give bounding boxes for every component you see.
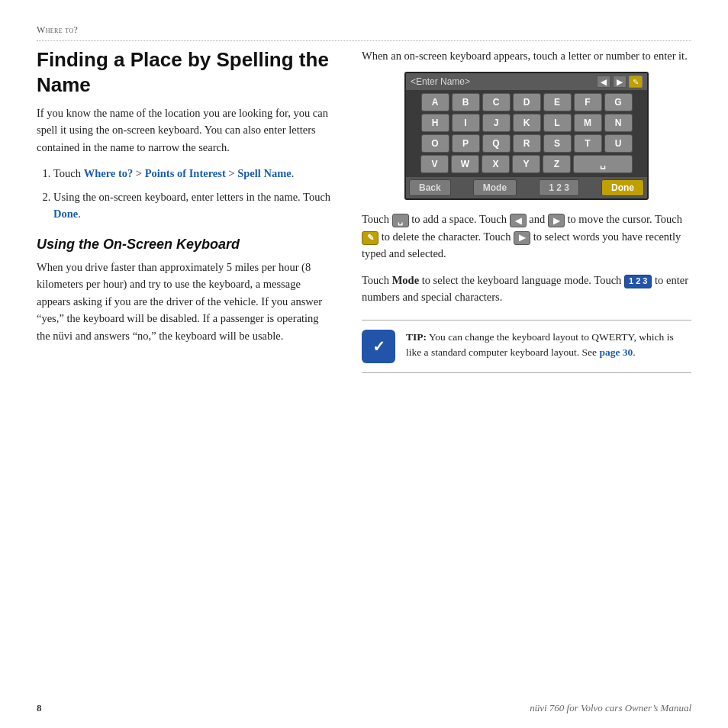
keyboard-mode-btn[interactable]: Mode	[473, 179, 517, 196]
keyboard-row-1: A B C D E F G	[409, 93, 644, 111]
mode-word: Mode	[392, 274, 419, 286]
keyboard-nav-buttons: ◀ ▶ ✎	[597, 76, 643, 88]
tip-end: .	[633, 346, 635, 358]
step-2: Using the on-screen keyboard, enter lett…	[53, 188, 334, 223]
keyboard-done-btn[interactable]: Done	[601, 179, 644, 196]
page: Where to? Finding a Place by Spelling th…	[0, 0, 728, 728]
keyboard-body-text: When you drive faster than approximately…	[37, 259, 334, 344]
right-arrow-key-inline: ▶	[548, 214, 565, 227]
spell-name-link[interactable]: Spell Name	[237, 167, 291, 179]
keyboard-title: <Enter Name>	[411, 76, 470, 87]
key-K[interactable]: K	[513, 114, 541, 132]
folder-key-inline: ▶	[514, 231, 530, 245]
right-column: When an on-screen keyboard appears, touc…	[362, 47, 691, 373]
footer-page-number: 8	[37, 702, 42, 714]
keyboard-left-btn[interactable]: ◀	[597, 76, 610, 88]
tip-content: TIP: You can change the keyboard layout …	[406, 330, 691, 361]
key-M[interactable]: M	[574, 114, 602, 132]
key-L[interactable]: L	[543, 114, 572, 132]
intro-paragraph: If you know the name of the location you…	[37, 105, 334, 156]
footer: 8 nüvi 760 for Volvo cars Owner’s Manual	[37, 702, 691, 714]
keyboard-row-4: V W X Y Z ␣	[409, 155, 644, 173]
nums-key-inline: 1 2 3	[624, 275, 652, 288]
key-U[interactable]: U	[604, 134, 633, 153]
key-B[interactable]: B	[452, 93, 480, 111]
breadcrumb: Where to?	[37, 24, 691, 41]
tip-icon: ✓	[362, 330, 395, 363]
keyboard-back-btn[interactable]: Back	[409, 179, 451, 196]
key-P[interactable]: P	[452, 134, 480, 153]
pencil-key-inline: ✎	[362, 231, 378, 245]
key-D[interactable]: D	[513, 93, 541, 111]
key-V[interactable]: V	[420, 155, 449, 173]
key-J[interactable]: J	[482, 114, 511, 132]
keyboard-bottom-row: Back Mode 1 2 3 Done	[406, 177, 647, 198]
keyboard-title-bar: <Enter Name> ◀ ▶ ✎	[406, 73, 647, 90]
key-Q[interactable]: Q	[482, 134, 511, 153]
key-X[interactable]: X	[482, 155, 510, 173]
left-column: Finding a Place by Spelling the Name If …	[37, 47, 334, 373]
right-para3: Touch Mode to select the keyboard langua…	[362, 272, 691, 306]
keyboard-row-3: O P Q R S T U	[409, 134, 644, 153]
keyboard-right-btn[interactable]: ▶	[613, 76, 627, 88]
space-key-inline: ␣	[392, 214, 409, 227]
key-T[interactable]: T	[574, 134, 602, 153]
key-N[interactable]: N	[604, 114, 633, 132]
key-R[interactable]: R	[513, 134, 541, 153]
tip-label: TIP:	[406, 331, 427, 343]
breadcrumb-text: Where to?	[37, 24, 78, 35]
key-E[interactable]: E	[543, 93, 572, 111]
key-C[interactable]: C	[482, 93, 511, 111]
key-F[interactable]: F	[574, 93, 602, 111]
keyboard-nums-btn[interactable]: 1 2 3	[539, 179, 579, 196]
footer-title: nüvi 760 for Volvo cars Owner’s Manual	[530, 702, 691, 714]
right-para2: Touch ␣ to add a space. Touch ◀ and ▶ to…	[362, 211, 691, 262]
points-of-interest-link[interactable]: Points of Interest	[145, 167, 226, 179]
keyboard-image: <Enter Name> ◀ ▶ ✎ A B C D	[404, 72, 649, 200]
keyboard-rows: A B C D E F G H I J K	[406, 90, 647, 177]
key-Z[interactable]: Z	[543, 155, 571, 173]
key-Y[interactable]: Y	[512, 155, 540, 173]
key-space[interactable]: ␣	[573, 155, 633, 173]
key-W[interactable]: W	[451, 155, 479, 173]
keyboard-row-2: H I J K L M N	[409, 114, 644, 132]
key-O[interactable]: O	[421, 134, 449, 153]
subheading: Using the On-Screen Keyboard	[37, 237, 334, 253]
key-I[interactable]: I	[452, 114, 480, 132]
key-G[interactable]: G	[604, 93, 633, 111]
key-A[interactable]: A	[421, 93, 449, 111]
right-intro: When an on-screen keyboard appears, touc…	[362, 47, 691, 64]
left-arrow-key-inline: ◀	[510, 214, 527, 227]
key-S[interactable]: S	[543, 134, 572, 153]
key-H[interactable]: H	[421, 114, 449, 132]
done-link[interactable]: Done	[53, 208, 78, 220]
tip-box: ✓ TIP: You can change the keyboard layou…	[362, 320, 691, 373]
where-to-link[interactable]: Where to?	[84, 167, 134, 179]
right-description: Touch ␣ to add a space. Touch ◀ and ▶ to…	[362, 211, 691, 305]
keyboard-pencil-btn[interactable]: ✎	[629, 76, 643, 88]
step-1: Touch Where to? > Points of Interest > S…	[53, 165, 334, 182]
keyboard-screen: <Enter Name> ◀ ▶ ✎ A B C D	[404, 72, 649, 200]
page-title: Finding a Place by Spelling the Name	[37, 47, 334, 97]
tip-page-link[interactable]: page 30	[599, 346, 633, 358]
steps-list: Touch Where to? > Points of Interest > S…	[53, 165, 334, 222]
